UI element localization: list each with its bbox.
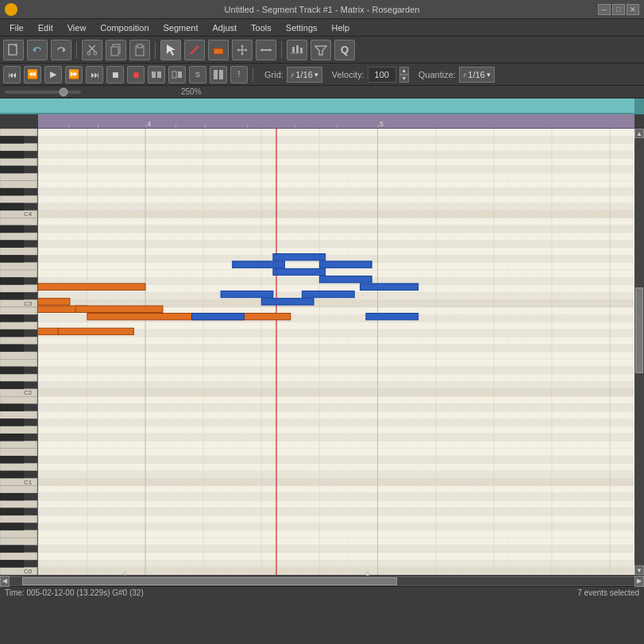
svg-marker-15 [241, 44, 244, 47]
velocity-down[interactable]: ▼ [399, 75, 409, 83]
tick [378, 125, 379, 128]
piano-keys [0, 129, 38, 575]
tick [68, 125, 69, 128]
transport-bar: ⏮ ⏪ ▶ ⏩ ⏭ ⏹ ⏺ S ! Grid: ♪ 1/16 ▾ Velocit… [0, 64, 644, 86]
svg-rect-14 [214, 48, 223, 54]
menu-bar: File Edit View Composition Segment Adjus… [0, 19, 644, 37]
play[interactable]: ▶ [44, 66, 62, 83]
quantize-btn[interactable] [287, 40, 307, 60]
menu-adjust[interactable]: Adjust [206, 21, 244, 34]
zoom-level: 250% [181, 87, 202, 96]
close-button[interactable]: ✕ [627, 4, 639, 15]
copy-button[interactable] [106, 40, 126, 60]
svg-rect-24 [292, 47, 295, 53]
record[interactable]: ⏺ [127, 66, 145, 83]
right-scrollbar: ▲ ▼ [634, 129, 644, 575]
chase[interactable]: ! [230, 66, 248, 83]
redo-button[interactable] [51, 40, 71, 60]
velocity-field: Velocity: 100 ▲ ▼ [326, 67, 409, 83]
app-icon [5, 3, 17, 16]
fast-forward[interactable]: ⏩ [65, 66, 83, 83]
toolbar: Q [0, 37, 644, 64]
minimize-button[interactable]: ─ [598, 4, 611, 15]
menu-help[interactable]: Help [326, 21, 357, 34]
title-bar: Untitled - Segment Track #1 - Matrix - R… [0, 0, 644, 19]
time-info: Time: 005-02-12-00 (13.229s) G#0 (32) [5, 588, 144, 597]
resize-tool[interactable] [256, 40, 276, 60]
toolbar-sep-3 [281, 41, 282, 59]
title-bar-controls: ─ □ ✕ [598, 4, 639, 15]
velocity-up[interactable]: ▲ [399, 67, 409, 75]
svg-rect-10 [137, 44, 142, 48]
draw-tool[interactable] [184, 40, 205, 60]
filter-btn[interactable] [310, 40, 331, 60]
move-tool[interactable] [232, 40, 253, 60]
title-bar-left [5, 3, 17, 16]
maximize-button[interactable]: □ [612, 4, 625, 15]
svg-rect-33 [214, 70, 218, 79]
svg-point-36 [60, 88, 67, 96]
scroll-down[interactable]: ▼ [634, 565, 644, 575]
hscroll-thumb[interactable] [22, 577, 397, 585]
velocity-value[interactable]: 100 [368, 67, 396, 83]
forward-to-end[interactable]: ⏭ [86, 66, 103, 83]
main-content: 4 5 ▲ ▼ [0, 98, 644, 575]
svg-rect-31 [172, 71, 176, 78]
window-title: Untitled - Segment Track #1 - Matrix - R… [225, 5, 420, 14]
scroll-up[interactable]: ▲ [634, 129, 644, 138]
rewind-to-start[interactable]: ⏮ [3, 66, 21, 83]
menu-tools[interactable]: Tools [245, 21, 278, 34]
erase-tool[interactable] [208, 40, 229, 60]
grid-dropdown[interactable]: ♪ 1/16 ▾ [287, 67, 322, 83]
menu-view[interactable]: View [61, 21, 93, 34]
scroll-right[interactable]: ▶ [634, 576, 644, 587]
tick [247, 125, 248, 128]
hscroll-track[interactable]: 4 5 [10, 577, 634, 585]
zoom-area: 250% [0, 86, 644, 98]
cut-button[interactable] [82, 40, 102, 60]
timeline-marker-4: 4 [145, 120, 151, 128]
grid-area[interactable] [38, 129, 644, 575]
tick [98, 125, 98, 128]
svg-marker-22 [260, 48, 263, 52]
quantize-field: Quantize: ♪ 1/16 ▾ [412, 67, 495, 83]
menu-composition[interactable]: Composition [94, 21, 155, 34]
quantize-label: Quantize: [418, 70, 456, 79]
select-tool[interactable] [160, 40, 181, 60]
svg-rect-8 [111, 47, 118, 56]
punch-out[interactable] [168, 66, 186, 83]
svg-rect-26 [300, 48, 303, 53]
svg-rect-30 [157, 71, 161, 78]
svg-marker-16 [241, 53, 244, 56]
menu-segment[interactable]: Segment [157, 21, 205, 34]
selection-info: 7 events selected [577, 588, 639, 597]
solo[interactable] [210, 66, 227, 83]
stop[interactable]: ⏹ [106, 66, 124, 83]
status-bar: Time: 005-02-12-00 (13.229s) G#0 (32) 7 … [0, 586, 644, 599]
svg-marker-18 [245, 48, 248, 52]
timeline-ruler: 4 5 [38, 114, 634, 129]
svg-rect-34 [219, 70, 223, 79]
paste-button[interactable] [129, 40, 150, 60]
loop[interactable]: S [189, 66, 206, 83]
menu-edit[interactable]: Edit [32, 21, 60, 34]
scroll-left[interactable]: ◀ [0, 576, 10, 587]
quantize-value: 1/16 [468, 70, 484, 79]
quantize-dropdown[interactable]: ♪ 1/16 ▾ [459, 67, 495, 83]
undo-button[interactable] [27, 40, 48, 60]
vscroll-track[interactable] [634, 138, 644, 565]
grid-label: Grid: [264, 70, 283, 79]
punch-in[interactable] [148, 66, 165, 83]
new-button[interactable] [3, 40, 24, 60]
menu-file[interactable]: File [3, 21, 30, 34]
transport-sep-1 [253, 67, 253, 82]
menu-settings[interactable]: Settings [280, 21, 324, 34]
svg-rect-32 [178, 71, 182, 78]
svg-marker-23 [269, 48, 272, 52]
grid-field: Grid: ♪ 1/16 ▾ [258, 67, 322, 83]
search-btn[interactable]: Q [334, 40, 355, 60]
tick [337, 125, 337, 128]
rewind[interactable]: ⏪ [24, 66, 41, 83]
vscroll-thumb[interactable] [635, 287, 643, 373]
tick [145, 125, 146, 128]
